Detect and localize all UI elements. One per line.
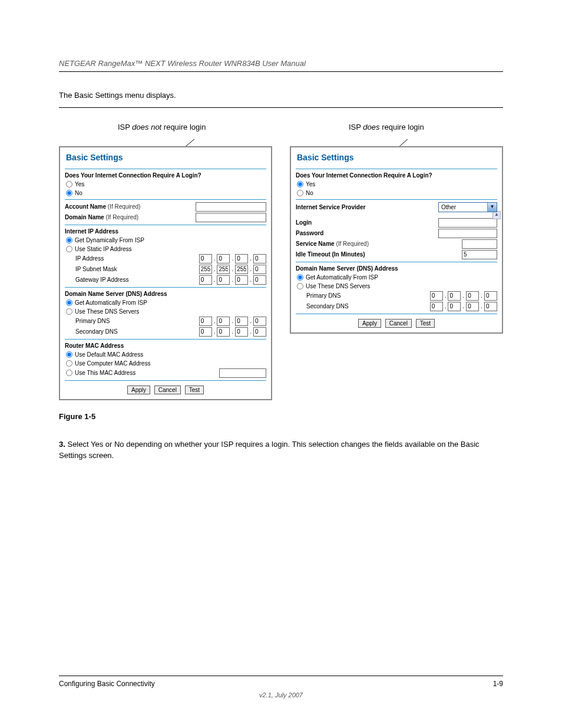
if-required-note: (If Required) <box>104 214 138 220</box>
dns-auto-radio[interactable] <box>297 274 303 281</box>
pdns-oct2[interactable] <box>217 317 230 326</box>
login-label: Login <box>296 219 312 226</box>
right-column-caption: ISP does require login <box>349 123 424 131</box>
sdns-oct1[interactable] <box>199 327 212 337</box>
dns-manual-label: Use These DNS Servers <box>306 282 370 290</box>
password-field[interactable] <box>438 229 497 238</box>
gw-oct2[interactable] <box>217 275 230 285</box>
panel-title: Basic Settings <box>66 152 123 163</box>
ip-oct3[interactable] <box>235 254 248 263</box>
ip-dynamic-label: Get Dynamically From ISP <box>75 236 144 244</box>
sdns-oct1[interactable] <box>430 302 443 311</box>
login-field[interactable] <box>438 218 497 228</box>
mac-this-field[interactable] <box>219 368 266 378</box>
login-no-radio[interactable] <box>66 190 72 196</box>
mac-computer-label: Use Computer MAC Address <box>75 360 150 367</box>
pdns-oct4[interactable] <box>484 291 497 301</box>
isp-select-value: Other <box>439 203 487 211</box>
cancel-button[interactable]: Cancel <box>385 319 412 328</box>
chevron-down-icon: ▼ <box>487 203 497 212</box>
mac-computer-radio[interactable] <box>66 360 72 367</box>
pdns-oct1[interactable] <box>430 291 443 301</box>
mask-oct2[interactable] <box>217 265 230 274</box>
gateway-label: Gateway IP Address <box>75 276 199 284</box>
dns-manual-radio[interactable] <box>297 283 303 289</box>
divider <box>59 107 503 108</box>
mac-this-radio[interactable] <box>66 370 72 376</box>
test-button[interactable]: Test <box>185 386 204 394</box>
dns-heading: Domain Name Server (DNS) Address <box>296 265 497 272</box>
ip-address-label: IP Address <box>75 255 199 262</box>
cancel-button[interactable]: Cancel <box>154 386 181 394</box>
domain-name-label: Domain Name <box>65 214 104 220</box>
ip-static-label: Use Static IP Address <box>75 245 132 253</box>
sdns-oct2[interactable] <box>448 302 461 311</box>
footer-version: v2.1, July 2007 <box>59 691 503 699</box>
login-yes-label: Yes <box>306 180 315 188</box>
apply-button[interactable]: Apply <box>127 386 150 394</box>
service-name-label: Service Name <box>296 241 335 247</box>
pdns-oct2[interactable] <box>448 291 461 301</box>
account-name-label: Account Name <box>65 203 106 210</box>
isp-select[interactable]: Other ▼ <box>438 202 497 212</box>
gw-oct1[interactable] <box>199 275 212 285</box>
test-button[interactable]: Test <box>416 319 435 328</box>
apply-button[interactable]: Apply <box>358 319 381 328</box>
pdns-oct1[interactable] <box>199 317 212 326</box>
step-3-text: 3. Select Yes or No depending on whether… <box>59 439 503 462</box>
basic-settings-panel-login: ▲ Basic Settings Does Your Internet Conn… <box>290 146 503 334</box>
idle-timeout-label: Idle Timeout (In Minutes) <box>296 251 365 258</box>
basic-settings-panel-no-login: Basic Settings Does Your Internet Connec… <box>59 146 272 400</box>
primary-dns-label: Primary DNS <box>75 317 199 325</box>
login-yes-label: Yes <box>75 180 84 188</box>
gw-oct4[interactable] <box>253 275 266 285</box>
pdns-oct3[interactable] <box>235 317 248 326</box>
account-name-field[interactable] <box>196 202 266 212</box>
sdns-oct3[interactable] <box>466 302 479 311</box>
login-no-label: No <box>306 189 313 197</box>
gw-oct3[interactable] <box>235 275 248 285</box>
mask-oct4[interactable] <box>253 265 266 274</box>
divider <box>59 676 503 676</box>
sdns-oct4[interactable] <box>484 302 497 311</box>
if-required-note: (If Required) <box>335 241 369 247</box>
login-no-radio[interactable] <box>297 190 303 196</box>
sdns-oct2[interactable] <box>217 327 230 337</box>
figure-caption: Figure 1-5 <box>59 412 503 421</box>
ip-static-radio[interactable] <box>66 246 72 252</box>
primary-dns-label: Primary DNS <box>306 292 430 299</box>
ip-oct4[interactable] <box>253 254 266 263</box>
footer-section-title: Configuring Basic Connectivity <box>59 680 155 688</box>
internet-ip-heading: Internet IP Address <box>65 228 266 235</box>
ip-dynamic-radio[interactable] <box>66 237 72 243</box>
service-name-field[interactable] <box>462 239 497 249</box>
intro-sentence: The Basic Settings menu displays. <box>59 90 503 101</box>
mac-default-radio[interactable] <box>66 351 72 358</box>
dns-auto-radio[interactable] <box>66 299 72 306</box>
pdns-oct4[interactable] <box>253 317 266 326</box>
dns-manual-radio[interactable] <box>66 308 72 315</box>
secondary-dns-label: Secondary DNS <box>306 302 430 310</box>
password-label: Password <box>296 230 323 236</box>
secondary-dns-label: Secondary DNS <box>75 328 199 335</box>
dns-auto-label: Get Automatically From ISP <box>75 299 147 307</box>
login-yes-radio[interactable] <box>297 181 303 187</box>
dns-manual-label: Use These DNS Servers <box>75 308 139 315</box>
if-required-note: (If Required) <box>106 203 140 210</box>
dns-heading: Domain Name Server (DNS) Address <box>65 290 266 298</box>
domain-name-field[interactable] <box>196 213 266 222</box>
mac-this-label: Use This MAC Address <box>75 369 219 377</box>
login-question: Does Your Internet Connection Require A … <box>296 172 497 179</box>
mask-oct1[interactable] <box>199 265 212 274</box>
panel-title: Basic Settings <box>297 152 353 163</box>
sdns-oct4[interactable] <box>253 327 266 337</box>
sdns-oct3[interactable] <box>235 327 248 337</box>
mac-default-label: Use Default MAC Address <box>75 351 143 358</box>
mac-heading: Router MAC Address <box>65 342 266 350</box>
login-yes-radio[interactable] <box>66 181 72 187</box>
mask-oct3[interactable] <box>235 265 248 274</box>
pdns-oct3[interactable] <box>466 291 479 301</box>
idle-timeout-field[interactable] <box>462 250 497 259</box>
ip-oct2[interactable] <box>217 254 230 263</box>
ip-oct1[interactable] <box>199 254 212 263</box>
